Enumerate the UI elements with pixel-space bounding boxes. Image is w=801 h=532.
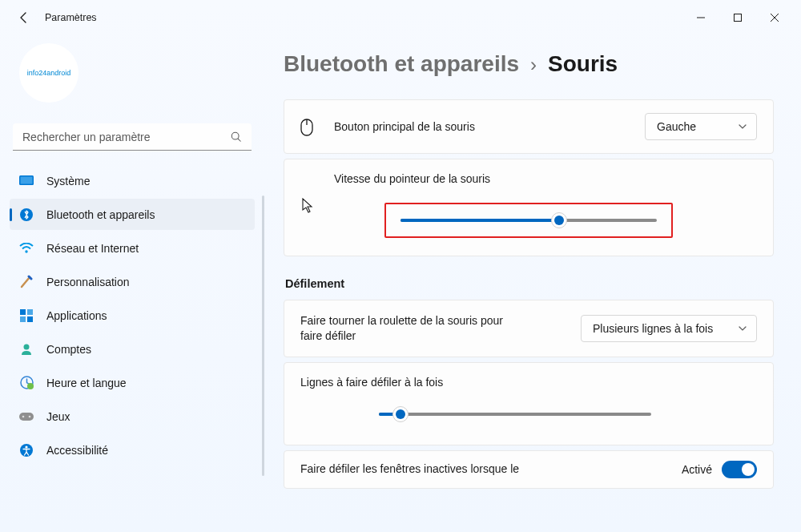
nav-label: Système <box>46 175 90 187</box>
search-box <box>13 123 252 151</box>
scroll-section-title: Défilement <box>285 277 774 290</box>
globe-clock-icon <box>19 376 34 390</box>
svg-line-3 <box>238 139 240 141</box>
gamepad-icon <box>19 409 34 424</box>
sidebar-item-apps[interactable]: Applications <box>10 300 255 331</box>
pointer-speed-label: Vitesse du pointeur de la souris <box>334 172 757 185</box>
titlebar: Paramètres <box>0 0 801 35</box>
main-content: Bluetooth et appareils › Souris Bouton p… <box>264 35 801 532</box>
nav-label: Réseau et Internet <box>46 242 139 255</box>
svg-point-12 <box>24 344 30 349</box>
sidebar-item-bluetooth[interactable]: Bluetooth et appareils <box>10 199 255 230</box>
inactive-scroll-toggle[interactable] <box>722 461 757 478</box>
svg-point-7 <box>25 250 27 252</box>
sidebar: info24android Système Bluetooth et appar… <box>0 35 264 532</box>
minimize-button[interactable] <box>682 5 719 30</box>
wheel-scroll-card: Faire tourner la roulette de la souris p… <box>284 300 774 357</box>
inactive-scroll-card: Faire défiler les fenêtres inactives lor… <box>284 450 774 489</box>
pointer-speed-slider[interactable] <box>400 212 657 228</box>
mouse-icon <box>300 119 316 135</box>
brush-icon <box>19 275 34 289</box>
page-title: Souris <box>548 51 618 77</box>
primary-button-select[interactable]: Gauche <box>645 113 757 140</box>
bluetooth-icon <box>19 208 34 222</box>
sidebar-item-gaming[interactable]: Jeux <box>10 401 255 432</box>
lines-scroll-card: Lignes à faire défiler à la fois <box>284 362 774 445</box>
chevron-right-icon: › <box>530 54 537 76</box>
sidebar-item-network[interactable]: Réseau et Internet <box>10 232 255 264</box>
svg-point-16 <box>22 415 25 417</box>
wheel-scroll-label: Faire tourner la roulette de la souris p… <box>300 313 517 344</box>
annotation-highlight <box>384 203 673 238</box>
nav-label: Bluetooth et appareils <box>46 208 155 221</box>
window-controls <box>682 5 793 30</box>
nav-label: Accessibilité <box>46 444 108 457</box>
svg-rect-11 <box>27 316 33 322</box>
lines-scroll-label: Lignes à faire défiler à la fois <box>300 376 757 389</box>
slider-track <box>379 413 651 416</box>
svg-rect-8 <box>20 309 26 315</box>
svg-rect-15 <box>19 413 34 421</box>
avatar-text: info24android <box>27 69 71 77</box>
nav-label: Heure et langue <box>46 377 127 389</box>
slider-fill <box>400 219 559 222</box>
lines-scroll-slider[interactable] <box>379 406 651 422</box>
close-button[interactable] <box>756 5 793 30</box>
person-icon <box>19 342 34 357</box>
svg-point-17 <box>29 415 31 417</box>
arrow-left-icon <box>18 11 30 24</box>
svg-rect-10 <box>20 316 26 322</box>
slider-thumb[interactable] <box>392 406 409 422</box>
avatar[interactable]: info24android <box>19 43 78 103</box>
primary-button-card: Bouton principal de la souris Gauche <box>284 99 774 154</box>
chevron-down-icon <box>739 326 747 331</box>
select-value: Plusieurs lignes à la fois <box>593 322 713 335</box>
app-title: Paramètres <box>45 12 97 23</box>
sidebar-item-personalization[interactable]: Personnalisation <box>10 266 255 297</box>
apps-icon <box>19 308 34 323</box>
maximize-icon <box>734 14 742 22</box>
nav-label: Comptes <box>46 343 91 356</box>
nav-label: Applications <box>46 309 107 322</box>
back-button[interactable] <box>8 2 40 34</box>
chevron-down-icon <box>739 124 747 129</box>
inactive-scroll-label: Faire défiler les fenêtres inactives lor… <box>300 461 519 477</box>
close-icon <box>771 14 779 22</box>
breadcrumb-parent[interactable]: Bluetooth et appareils <box>284 51 519 77</box>
svg-point-19 <box>25 445 27 448</box>
sidebar-scrollbar[interactable] <box>262 195 264 476</box>
maximize-button[interactable] <box>719 5 756 30</box>
select-value: Gauche <box>657 120 696 133</box>
sidebar-item-time-language[interactable]: Heure et langue <box>10 367 255 398</box>
minimize-icon <box>697 14 705 22</box>
system-icon <box>19 174 34 188</box>
toggle-state-text: Activé <box>682 463 712 476</box>
sidebar-item-system[interactable]: Système <box>10 165 255 196</box>
breadcrumb: Bluetooth et appareils › Souris <box>284 51 774 77</box>
nav-label: Jeux <box>46 410 70 423</box>
pointer-speed-card: Vitesse du pointeur de la souris <box>284 159 774 256</box>
cursor-icon <box>302 198 315 214</box>
svg-rect-1 <box>735 14 742 22</box>
svg-rect-9 <box>27 309 33 315</box>
nav-list: Système Bluetooth et appareils Réseau et… <box>10 165 255 466</box>
sidebar-item-accounts[interactable]: Comptes <box>10 333 255 365</box>
svg-point-14 <box>27 383 34 389</box>
accessibility-icon <box>19 443 34 457</box>
nav-label: Personnalisation <box>46 276 130 288</box>
search-input[interactable] <box>13 123 252 151</box>
wifi-icon <box>19 241 34 256</box>
slider-thumb[interactable] <box>551 212 567 228</box>
search-icon <box>231 131 242 143</box>
svg-rect-5 <box>21 176 33 183</box>
primary-button-label: Bouton principal de la souris <box>334 120 645 133</box>
wheel-scroll-select[interactable]: Plusieurs lignes à la fois <box>581 315 757 342</box>
sidebar-item-accessibility[interactable]: Accessibilité <box>10 434 255 466</box>
